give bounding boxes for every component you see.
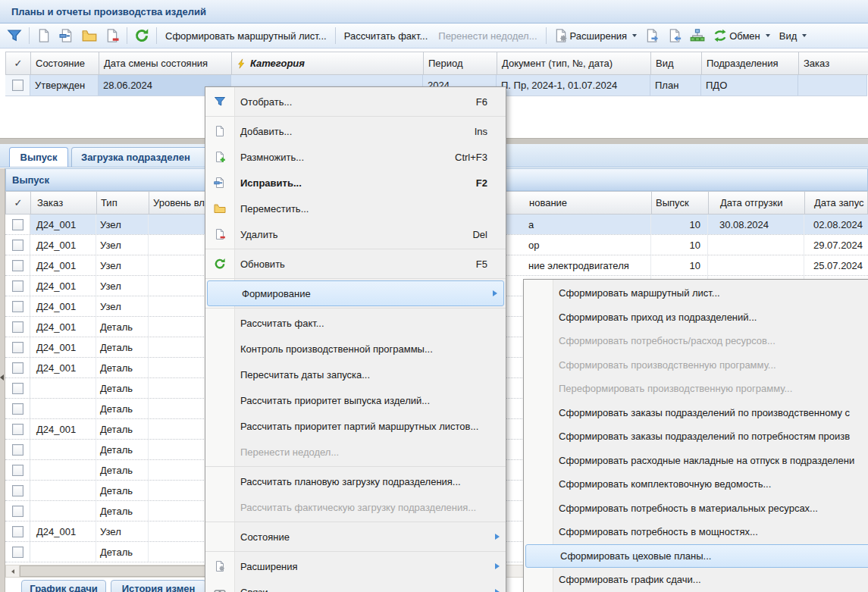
exchange-button[interactable]: Обмен: [709, 26, 774, 45]
context-menu-item[interactable]: Пересчитать даты запуска...: [205, 362, 506, 387]
submenu-item[interactable]: Сформировать потребность в мощностях...: [524, 520, 868, 544]
divisions-column-header[interactable]: Подразделения: [702, 52, 799, 74]
row-checkbox[interactable]: [12, 280, 24, 292]
tab-grafik-sdachi[interactable]: График сдачи: [21, 580, 106, 592]
delete-doc-icon: [105, 28, 120, 43]
move-folder-button[interactable]: [78, 26, 101, 45]
row-checkbox[interactable]: [12, 465, 24, 476]
menu-item-icon-slot: [208, 475, 231, 487]
type-column-header[interactable]: Тип: [97, 192, 149, 214]
row-checkbox[interactable]: [12, 383, 24, 394]
import-doc-button[interactable]: [663, 26, 686, 45]
row-checkbox[interactable]: [12, 444, 24, 456]
row-checkbox[interactable]: [12, 403, 24, 415]
menu-item-label: Рассчитать плановую загрузку подразделен…: [240, 476, 461, 487]
context-menu-item[interactable]: Состояние: [205, 524, 506, 550]
ship-date-column-header[interactable]: Дата отгрузки: [709, 192, 805, 214]
refresh-button[interactable]: [130, 26, 153, 45]
delete-doc-button[interactable]: [101, 26, 124, 45]
row-checkbox[interactable]: [12, 321, 24, 333]
context-menu-item[interactable]: Связи: [205, 579, 506, 592]
row-checkbox[interactable]: [12, 362, 24, 374]
menu-item-icon-slot: [527, 287, 550, 299]
export-doc-button[interactable]: [641, 26, 663, 45]
menu-item-icon-slot: [527, 431, 550, 443]
new-doc-button[interactable]: [33, 26, 55, 45]
context-menu-item[interactable]: Размножить...Ctrl+F3: [205, 144, 506, 170]
toolbar-menu-button[interactable]: Вид: [774, 28, 811, 44]
select-all-column-header[interactable]: ✓: [6, 192, 31, 214]
menu-item-label: Переместить...: [240, 203, 309, 215]
context-menu-item[interactable]: Переместить...: [205, 196, 506, 221]
submenu-item[interactable]: Сформировать график сдачи...: [524, 568, 868, 592]
row-checkbox[interactable]: [12, 547, 24, 558]
select-all-column-header[interactable]: ✓: [6, 52, 31, 74]
context-menu-item[interactable]: Формирование: [207, 280, 504, 306]
context-menu-item[interactable]: УдалитьDel: [205, 221, 506, 247]
edit-doc-button[interactable]: [55, 26, 78, 45]
toolbar-button[interactable]: Сформировать маршрутный лист...: [160, 28, 332, 44]
order-cell: Д24_001: [30, 296, 96, 316]
filter-icon: [7, 28, 22, 43]
context-menu-item[interactable]: Рассчитать факт...: [205, 310, 506, 336]
org-chart-button[interactable]: [686, 26, 709, 45]
state-column-header[interactable]: Состояние: [31, 52, 99, 74]
context-menu-item[interactable]: Контроль производственной программы...: [205, 336, 506, 362]
submenu-item[interactable]: Сформировать потребность в материальных …: [524, 496, 868, 521]
launch-date-column-header[interactable]: Дата запус: [805, 192, 867, 214]
context-menu-item[interactable]: Исправить...F2: [205, 170, 506, 196]
toolbar-button[interactable]: Перенести недодел...: [433, 28, 542, 44]
tab-istoriya-izmeneniy[interactable]: История измен: [111, 580, 206, 592]
filter-button[interactable]: [3, 26, 26, 45]
menu-item-label: Рассчитать приоритет партий маршрутных л…: [240, 421, 478, 432]
submenu-item[interactable]: Сформировать приход из подразделений...: [524, 305, 868, 330]
output-column-header[interactable]: Выпуск: [652, 192, 709, 214]
submenu-item[interactable]: Сформировать расходные накладные на отпу…: [524, 449, 868, 473]
filter-icon: [208, 96, 231, 108]
row-checkbox[interactable]: [12, 240, 24, 251]
row-checkbox[interactable]: [12, 301, 24, 312]
category-column-header[interactable]: Категория: [232, 52, 424, 74]
document-column-header[interactable]: Документ (тип, №, дата): [497, 52, 651, 74]
scroll-left-button[interactable]: [6, 565, 20, 577]
menu-item-label: Сформировать заказы подразделений по про…: [559, 407, 850, 418]
extensions-button[interactable]: Расширения: [550, 26, 641, 45]
menu-item-label: Состояние: [240, 531, 290, 543]
context-menu-item[interactable]: Рассчитать плановую загрузку подразделен…: [205, 468, 506, 494]
submenu-item[interactable]: Сформировать маршрутный лист...: [524, 281, 868, 305]
context-menu-item[interactable]: Отобрать...F6: [205, 89, 506, 114]
context-menu-item[interactable]: Расширения: [205, 553, 506, 579]
kind-column-header[interactable]: Вид: [651, 52, 702, 74]
tab-vypusk[interactable]: Выпуск: [9, 147, 68, 167]
row-checkbox[interactable]: [12, 342, 24, 353]
context-menu-item[interactable]: Рассчитать приоритет выпуска изделий...: [205, 387, 506, 413]
submenu-item[interactable]: Сформировать комплектовочную ведомость..…: [524, 472, 868, 496]
row-checkbox[interactable]: [12, 80, 24, 91]
row-checkbox[interactable]: [12, 260, 24, 271]
context-menu-item[interactable]: Добавить...Ins: [205, 118, 506, 144]
main-toolbar: Сформировать маршрутный лист...Рассчитат…: [0, 23, 868, 49]
row-checkbox[interactable]: [12, 424, 24, 435]
row-checkbox[interactable]: [12, 219, 24, 230]
context-menu-item[interactable]: ОбновитьF5: [205, 251, 506, 277]
row-checkbox[interactable]: [12, 485, 24, 496]
state-date-column-header[interactable]: Дата смены состояния: [99, 52, 232, 74]
row-checkbox[interactable]: [12, 506, 24, 517]
order-cell: [30, 460, 96, 480]
submenu-item[interactable]: Сформировать цеховые планы...: [525, 544, 868, 569]
type-cell: Деталь: [96, 399, 149, 418]
order-column-header[interactable]: Заказ: [31, 192, 97, 214]
checkbox-cell: [5, 215, 30, 234]
submenu-arrow-icon: [495, 589, 500, 592]
period-column-header[interactable]: Период: [424, 52, 497, 74]
vertical-splitter[interactable]: [0, 168, 5, 592]
row-checkbox[interactable]: [12, 526, 24, 537]
context-menu-item: Перенести недодел...: [205, 439, 506, 465]
tab-zagruzka-podrazdeleniy[interactable]: Загрузка подразделен: [71, 147, 220, 167]
toolbar-separator: [156, 27, 157, 44]
order-column-header[interactable]: Заказ: [799, 52, 868, 74]
submenu-item[interactable]: Сформировать заказы подразделений по про…: [524, 401, 868, 425]
toolbar-button[interactable]: Рассчитать факт...: [339, 28, 434, 44]
context-menu-item[interactable]: Рассчитать приоритет партий маршрутных л…: [205, 413, 506, 439]
submenu-item[interactable]: Сформировать заказы подразделений по пот…: [524, 424, 868, 449]
